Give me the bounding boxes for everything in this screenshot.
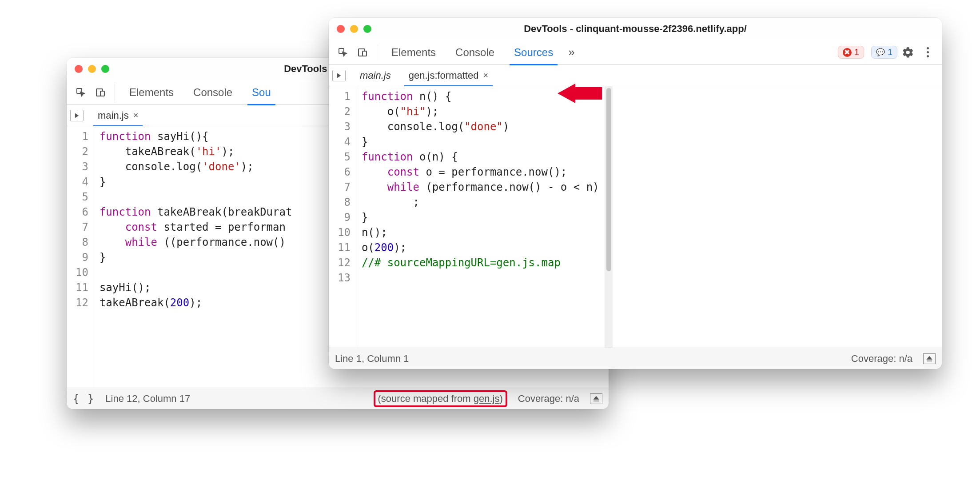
more-options-kebab-icon[interactable] (919, 44, 936, 61)
settings-gear-icon[interactable] (899, 44, 917, 61)
file-tabs: main.js gen.js:formatted × (329, 65, 942, 86)
navigator-toggle-icon[interactable] (332, 70, 346, 81)
traffic-lights[interactable] (337, 25, 371, 33)
minimize-icon[interactable] (88, 65, 96, 73)
status-bar: Line 1, Column 1 Coverage: n/a (329, 348, 942, 369)
code-content[interactable]: function sayHi(){ takeABreak('hi'); cons… (94, 126, 297, 388)
traffic-lights[interactable] (75, 65, 109, 73)
inspect-icon[interactable] (334, 44, 352, 61)
device-toolbar-icon[interactable] (92, 84, 109, 101)
panel-toolbar: Elements Console Sources » 1 1 (329, 40, 942, 65)
close-icon[interactable]: × (483, 70, 488, 80)
line-gutter: 1 2 3 4 5 6 7 8 9 10 11 12 (67, 126, 94, 388)
device-toolbar-icon[interactable] (354, 44, 371, 61)
vertical-scrollbar[interactable] (605, 86, 613, 348)
tab-console[interactable]: Console (184, 80, 241, 105)
svg-rect-2 (100, 91, 104, 96)
cursor-position: Line 12, Column 17 (105, 393, 190, 405)
separator (377, 44, 377, 60)
tab-elements[interactable]: Elements (382, 40, 445, 65)
zoom-icon[interactable] (101, 65, 109, 73)
error-count-badge[interactable]: 1 (838, 46, 864, 59)
svg-rect-5 (363, 51, 367, 56)
pretty-print-icon[interactable]: { } (73, 393, 95, 405)
collapse-icon[interactable] (923, 353, 936, 364)
more-tabs-chevron-icon[interactable]: » (564, 40, 579, 65)
window-title: DevTools - clinquant-mousse-2f2396.netli… (329, 23, 942, 35)
titlebar[interactable]: DevTools - clinquant-mousse-2f2396.netli… (329, 18, 942, 40)
source-map-indicator: (source mapped from gen.js) (374, 390, 507, 407)
inspect-icon[interactable] (72, 84, 90, 101)
file-tab-main-js[interactable]: main.js (352, 65, 399, 86)
issue-count-badge[interactable]: 1 (871, 46, 897, 59)
file-tab-gen-js-formatted[interactable]: gen.js:formatted × (401, 65, 496, 86)
annotation-arrow-icon (555, 76, 604, 113)
tab-elements[interactable]: Elements (120, 80, 183, 105)
file-tab-label: gen.js:formatted (409, 70, 479, 81)
coverage-indicator: Coverage: n/a (518, 393, 579, 405)
close-icon[interactable] (337, 25, 345, 33)
file-tab-label: main.js (98, 110, 129, 121)
close-icon[interactable]: × (133, 110, 139, 120)
close-icon[interactable] (75, 65, 83, 73)
code-content[interactable]: function n() { o("hi"); console.log("don… (356, 86, 605, 348)
coverage-indicator: Coverage: n/a (851, 353, 912, 365)
scrollbar-thumb[interactable] (606, 88, 611, 271)
tab-sources[interactable]: Sou (243, 80, 280, 105)
zoom-icon[interactable] (363, 25, 371, 33)
file-tab-main-js[interactable]: main.js × (90, 105, 146, 126)
navigator-toggle-icon[interactable] (70, 110, 84, 121)
line-gutter: 1 2 3 4 5 6 7 8 9 10 11 12 13 (329, 86, 356, 348)
collapse-icon[interactable] (590, 393, 602, 404)
separator (115, 84, 115, 100)
minimize-icon[interactable] (350, 25, 358, 33)
devtools-window-front: DevTools - clinquant-mousse-2f2396.netli… (329, 18, 942, 369)
status-bar: { } Line 12, Column 17 (source mapped fr… (67, 388, 609, 409)
source-map-link[interactable]: gen.js (474, 393, 500, 404)
cursor-position: Line 1, Column 1 (335, 353, 409, 365)
tab-console[interactable]: Console (446, 40, 503, 65)
code-editor[interactable]: 1 2 3 4 5 6 7 8 9 10 11 12 13 function n… (329, 86, 942, 348)
file-tab-label: main.js (360, 70, 391, 81)
tab-sources[interactable]: Sources (505, 40, 562, 65)
svg-rect-6 (575, 87, 602, 100)
